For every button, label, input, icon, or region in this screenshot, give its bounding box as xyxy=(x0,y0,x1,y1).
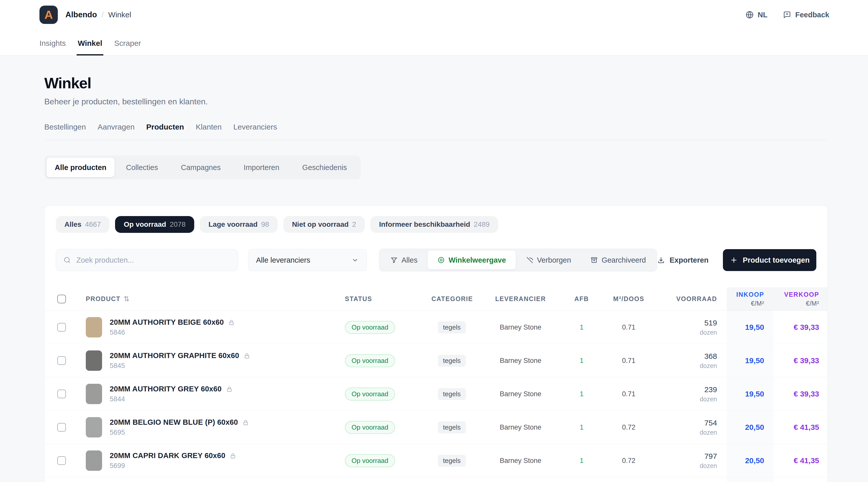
tab-leveranciers[interactable]: Leveranciers xyxy=(234,123,277,131)
app-header: A Albendo / Winkel NL Feedback Insights … xyxy=(0,0,868,56)
add-product-button[interactable]: Product toevoegen xyxy=(723,249,816,271)
category-pill: tegels xyxy=(438,455,466,467)
supplier-name: Barney Stone xyxy=(472,357,569,365)
globe-icon xyxy=(745,10,754,19)
table-row[interactable]: 20MM AUTHORITY BEIGE 60x60 5846 Op voorr… xyxy=(44,311,828,344)
product-name[interactable]: 20MM BELGIO NEW BLUE (P) 60x60 xyxy=(110,418,238,426)
tab-producten[interactable]: Producten xyxy=(146,123,184,131)
category-pill: tegels xyxy=(438,321,466,333)
search-input[interactable] xyxy=(76,256,230,264)
stock-quantity: 368 xyxy=(663,352,717,361)
page-title: Winkel xyxy=(44,74,868,92)
feedback-button[interactable]: Feedback xyxy=(783,10,829,19)
row-checkbox[interactable] xyxy=(57,423,66,431)
table-row[interactable]: 20MM BELGIO NEW BLUE (P) 60x60 5695 Op v… xyxy=(44,411,828,444)
column-header-inkoop: INKOOP €/M² xyxy=(727,287,774,311)
breadcrumb-brand[interactable]: Albendo xyxy=(65,10,97,19)
nav-item-winkel[interactable]: Winkel xyxy=(78,39,102,55)
segment-winkelweergave[interactable]: Winkelweergave xyxy=(428,251,516,269)
segment-verborgen[interactable]: Verborgen xyxy=(517,251,580,269)
segment-alles[interactable]: Alles xyxy=(381,251,427,269)
chip-informeer-beschikbaarheid[interactable]: Informeer beschikbaarheid2489 xyxy=(370,216,498,233)
status-badge: Op voorraad xyxy=(345,354,395,367)
tab-klanten[interactable]: Klanten xyxy=(196,123,222,131)
product-name[interactable]: 20MM AUTHORITY BEIGE 60x60 xyxy=(110,318,224,326)
table-row[interactable]: 20MM DIOR BEIGE 60x60 Op voorraad tegels… xyxy=(44,477,828,482)
product-name[interactable]: 20MM CAPRI DARK GREY 60x60 xyxy=(110,451,225,460)
row-checkbox[interactable] xyxy=(57,323,66,331)
status-badge: Op voorraad xyxy=(345,421,395,434)
product-name[interactable]: 20MM AUTHORITY GREY 60x60 xyxy=(110,385,222,393)
supplier-dropdown[interactable]: Alle leveranciers xyxy=(248,249,367,271)
subtab-importeren[interactable]: Importeren xyxy=(232,158,291,177)
subtab-alle-producten[interactable]: Alle producten xyxy=(46,158,115,177)
product-thumbnail[interactable] xyxy=(86,384,102,404)
subtab-collecties[interactable]: Collecties xyxy=(115,158,169,177)
stock-unit: dozen xyxy=(663,362,717,369)
stock-quantity: 754 xyxy=(663,419,717,427)
m2-per-box: 0.72 xyxy=(594,423,663,431)
stock-unit: dozen xyxy=(663,395,717,403)
eye-off-icon xyxy=(526,256,533,264)
stock-unit: dozen xyxy=(663,429,717,436)
nav-item-insights[interactable]: Insights xyxy=(39,39,66,55)
category-pill: tegels xyxy=(438,355,466,367)
stock-quantity: 519 xyxy=(663,319,717,327)
export-button[interactable]: Exporteren xyxy=(657,256,708,264)
product-thumbnail[interactable] xyxy=(86,417,102,438)
lock-icon xyxy=(226,386,233,393)
product-search[interactable] xyxy=(56,249,238,271)
table-row[interactable]: 20MM AUTHORITY GRAPHITE 60x60 5845 Op vo… xyxy=(44,344,828,377)
category-pill: tegels xyxy=(438,388,466,400)
row-checkbox[interactable] xyxy=(57,456,66,465)
locale-label: NL xyxy=(758,11,768,19)
stock-quantity: 797 xyxy=(663,452,717,461)
segment-gearchiveerd[interactable]: Gearchiveerd xyxy=(581,251,655,269)
row-checkbox[interactable] xyxy=(57,390,66,398)
locale-switcher[interactable]: NL xyxy=(745,10,768,19)
image-count[interactable]: 1 xyxy=(569,457,594,465)
sale-price: € 41,35 xyxy=(774,423,828,431)
section-tabs: Bestellingen Aanvragen Producten Klanten… xyxy=(44,123,868,131)
status-badge: Op voorraad xyxy=(345,454,395,467)
row-checkbox[interactable] xyxy=(57,356,66,365)
image-count[interactable]: 1 xyxy=(569,357,594,365)
chip-alles[interactable]: Alles4667 xyxy=(56,216,110,233)
albendo-logo[interactable]: A xyxy=(39,6,58,24)
product-thumbnail[interactable] xyxy=(86,317,102,338)
subtab-geschiedenis[interactable]: Geschiedenis xyxy=(291,158,359,177)
chip-op-voorraad[interactable]: Op voorraad2078 xyxy=(115,216,194,233)
subtab-campagnes[interactable]: Campagnes xyxy=(169,158,232,177)
search-icon xyxy=(63,256,71,264)
m2-per-box: 0.71 xyxy=(594,323,663,331)
column-header-product[interactable]: PRODUCT ⇅ xyxy=(86,295,345,303)
supplier-name: Barney Stone xyxy=(472,457,569,465)
product-sku: 5695 xyxy=(110,428,249,437)
product-thumbnail[interactable] xyxy=(86,350,102,371)
plus-icon xyxy=(730,256,738,264)
table-row[interactable]: 20MM CAPRI DARK GREY 60x60 5699 Op voorr… xyxy=(44,444,828,477)
table-row[interactable]: 20MM AUTHORITY GREY 60x60 5844 Op voorra… xyxy=(44,377,828,411)
status-badge: Op voorraad xyxy=(345,321,395,334)
purchase-price: 20,50 xyxy=(727,444,774,477)
tab-aanvragen[interactable]: Aanvragen xyxy=(97,123,134,131)
tab-bestellingen[interactable]: Bestellingen xyxy=(44,123,86,131)
product-sku: 5845 xyxy=(110,362,250,370)
purchase-price xyxy=(727,477,774,482)
products-table: PRODUCT ⇅ STATUS CATEGORIE LEVERANCIER A… xyxy=(44,287,828,482)
product-name[interactable]: 20MM AUTHORITY GRAPHITE 60x60 xyxy=(110,351,239,360)
nav-item-scraper[interactable]: Scraper xyxy=(114,39,141,55)
product-sku: 5846 xyxy=(110,328,235,336)
chip-lage-voorraad[interactable]: Lage voorraad98 xyxy=(200,216,278,233)
lock-icon xyxy=(243,352,250,359)
column-header-leverancier: LEVERANCIER xyxy=(472,295,569,302)
image-count[interactable]: 1 xyxy=(569,423,594,431)
select-all-checkbox[interactable] xyxy=(57,295,66,303)
product-thumbnail[interactable] xyxy=(86,450,102,471)
top-navigation: Insights Winkel Scraper xyxy=(39,39,141,55)
chip-niet-op-voorraad[interactable]: Niet op voorraad2 xyxy=(283,216,365,233)
image-count[interactable]: 1 xyxy=(569,323,594,331)
m2-per-box: 0.71 xyxy=(594,357,663,365)
image-count[interactable]: 1 xyxy=(569,390,594,398)
purchase-price: 20,50 xyxy=(727,411,774,444)
